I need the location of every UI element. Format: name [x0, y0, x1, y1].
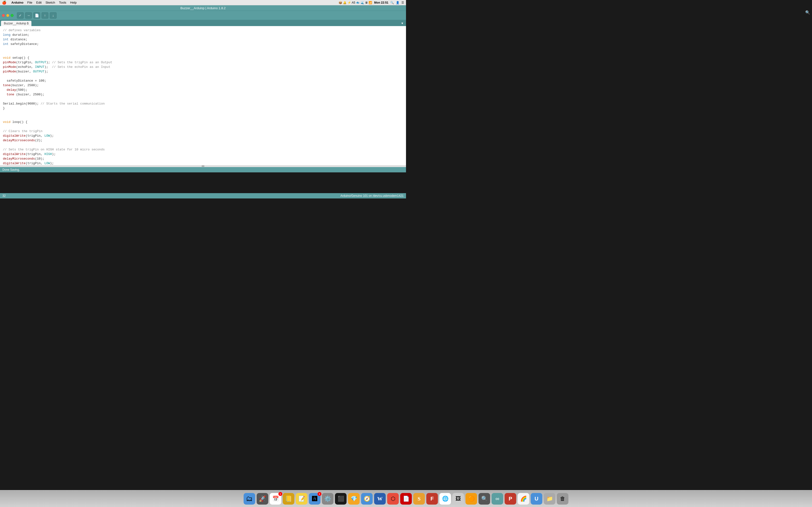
- line-number: 32: [2, 194, 6, 198]
- port-info: Arduino/Genuino 101 on /dev/cu.usbmodem1…: [340, 194, 404, 198]
- upload-button[interactable]: →: [25, 12, 32, 18]
- close-button[interactable]: [2, 14, 5, 17]
- tab-bar: Buzzer__Arduinp $ ▾: [0, 20, 406, 26]
- search-icon[interactable]: 🔍: [390, 1, 394, 4]
- maximize-button[interactable]: [11, 14, 13, 17]
- menubar-right: 📦 🔔 ⚡ A5 🐟 🌊 🖥 📶 Mon 22:51 🔍 👤 ☰: [339, 1, 404, 4]
- lineno-bar: 32 Arduino/Genuino 101 on /dev/cu.usbmod…: [0, 193, 406, 199]
- menu-help[interactable]: Help: [70, 1, 77, 4]
- menu-file[interactable]: File: [27, 1, 33, 4]
- horizontal-scrollbar[interactable]: [0, 165, 406, 167]
- menubar-icons: 📦 🔔 ⚡ A5 🐟 🌊 🖥 📶: [339, 1, 372, 4]
- menu-bar: 🍎 Arduino File Edit Sketch Tools Help 📦 …: [0, 0, 406, 5]
- menu-sketch[interactable]: Sketch: [45, 1, 55, 4]
- menu-edit[interactable]: Edit: [36, 1, 42, 4]
- apple-menu[interactable]: 🍎: [2, 0, 6, 5]
- console-area: [0, 172, 406, 193]
- status-bar: Done Saving.: [0, 167, 406, 172]
- main-tab[interactable]: Buzzer__Arduinp $: [1, 21, 32, 26]
- menu-arduino[interactable]: Arduino: [11, 1, 23, 4]
- code-content: // defines variables long duration; int …: [0, 27, 406, 165]
- menu-tools[interactable]: Tools: [59, 1, 66, 4]
- status-message: Done Saving.: [2, 168, 20, 171]
- toolbar: ✓ → 📄 ↑ ↓: [0, 11, 406, 20]
- clock: Mon 22:51: [374, 1, 388, 4]
- traffic-lights: [2, 14, 13, 17]
- title-bar: Buzzer__Arduinp | Arduino 1.8.2 🔍: [0, 5, 406, 11]
- new-button[interactable]: 📄: [33, 12, 40, 18]
- minimize-button[interactable]: [6, 14, 9, 17]
- tab-label: Buzzer__Arduinp $: [4, 22, 29, 25]
- code-editor[interactable]: // defines variables long duration; int …: [0, 26, 406, 165]
- verify-button[interactable]: ✓: [17, 12, 24, 18]
- scroll-thumb[interactable]: [202, 165, 204, 167]
- save-button[interactable]: ↓: [50, 12, 57, 18]
- open-button[interactable]: ↑: [42, 12, 48, 18]
- apps-icon[interactable]: ☰: [401, 1, 404, 4]
- window-title: Buzzer__Arduinp | Arduino 1.8.2: [181, 6, 226, 10]
- user-icon[interactable]: 👤: [396, 1, 400, 4]
- tab-dropdown[interactable]: ▾: [400, 20, 405, 26]
